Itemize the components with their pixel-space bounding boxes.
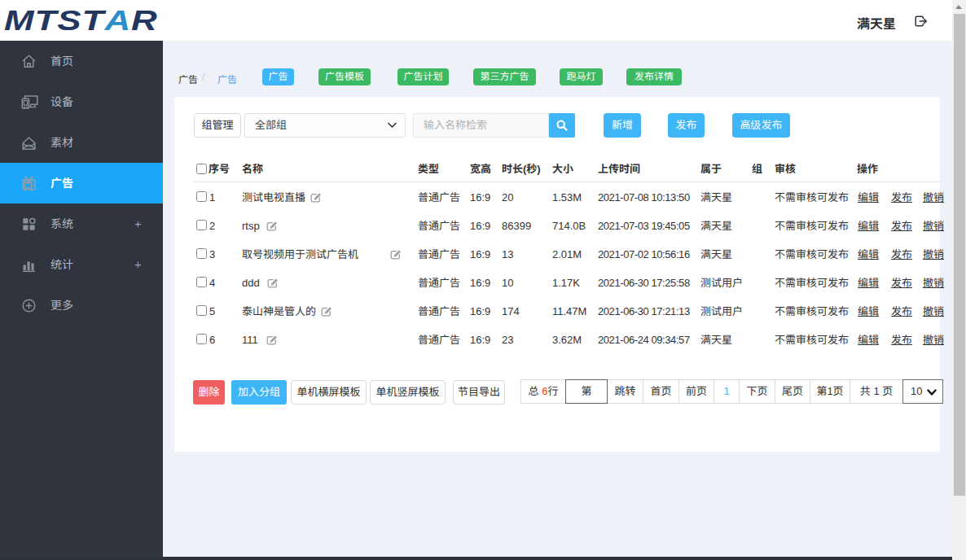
svg-text:MTSTAR: MTSTAR (4, 6, 158, 35)
